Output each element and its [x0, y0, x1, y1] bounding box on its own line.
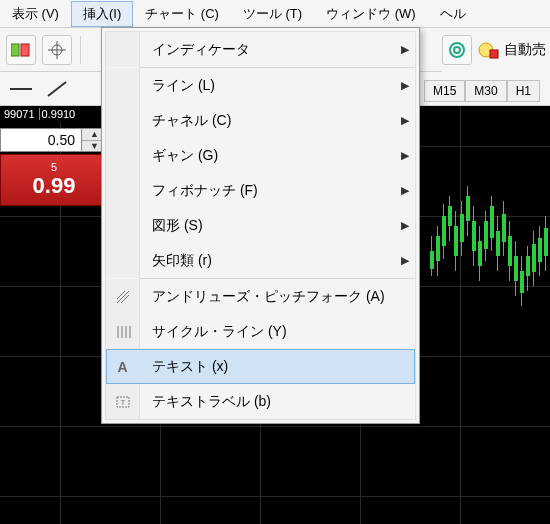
- grid-line: [0, 426, 550, 427]
- menu-help[interactable]: ヘル: [428, 1, 478, 27]
- dd-label: ギャン (G): [140, 147, 395, 165]
- hline-button[interactable]: [8, 76, 34, 102]
- dd-pitchfork[interactable]: アンドリューズ・ピッチフォーク (A): [106, 279, 415, 314]
- svg-point-7: [450, 43, 464, 57]
- menubar: 表示 (V) 挿入(I) チャート (C) ツール (T) ウィンドウ (W) …: [0, 0, 550, 28]
- dd-fibonacci[interactable]: フィボナッチ (F) ▶: [106, 173, 415, 208]
- cycle-icon: [106, 314, 140, 349]
- price-tick: 99071: [4, 108, 40, 120]
- dd-arrows[interactable]: 矢印類 (r) ▶: [106, 243, 415, 278]
- order-icon: [11, 42, 31, 58]
- submenu-arrow-icon: ▶: [395, 114, 415, 127]
- text-icon: A: [106, 349, 140, 384]
- order-button[interactable]: [6, 35, 36, 65]
- dd-gutter: [106, 32, 140, 67]
- textlabel-icon: T: [106, 384, 140, 419]
- dd-label: テキスト (x): [140, 358, 395, 376]
- pitchfork-icon: [106, 279, 140, 314]
- dd-label: サイクル・ライン (Y): [140, 323, 395, 341]
- trade-panel: ▲ ▼ 5 0.99: [0, 128, 108, 206]
- menu-view[interactable]: 表示 (V): [0, 1, 71, 27]
- svg-rect-0: [11, 44, 19, 56]
- dd-shapes[interactable]: 図形 (S) ▶: [106, 208, 415, 243]
- trendline-button[interactable]: [44, 76, 70, 102]
- dd-cycle[interactable]: サイクル・ライン (Y): [106, 314, 415, 349]
- toolbar-separator: [80, 36, 81, 64]
- submenu-arrow-icon: ▶: [395, 43, 415, 56]
- dd-label: テキストラベル (b): [140, 393, 395, 411]
- trendline-icon: [46, 80, 68, 98]
- svg-rect-10: [490, 50, 498, 58]
- autotrade-button[interactable]: 自動売: [478, 40, 546, 60]
- dd-label: ライン (L): [140, 77, 395, 95]
- crosshair-icon: [48, 41, 66, 59]
- svg-text:T: T: [120, 398, 125, 407]
- dd-text[interactable]: A テキスト (x): [106, 349, 415, 384]
- submenu-arrow-icon: ▶: [395, 254, 415, 267]
- timeframe-group: M15 M30 H1: [424, 80, 540, 102]
- signal-button[interactable]: [442, 35, 472, 65]
- hline-icon: [10, 83, 32, 95]
- menu-chart[interactable]: チャート (C): [133, 1, 231, 27]
- svg-point-8: [454, 47, 460, 53]
- tf-m15[interactable]: M15: [424, 80, 465, 102]
- grid-line: [460, 106, 461, 524]
- insert-dropdown: インディケータ ▶ ライン (L) ▶ チャネル (C) ▶ ギャン (G) ▶…: [101, 27, 420, 424]
- menu-window[interactable]: ウィンドウ (W): [314, 1, 428, 27]
- dd-label: 図形 (S): [140, 217, 395, 235]
- tf-m30[interactable]: M30: [465, 80, 506, 102]
- submenu-arrow-icon: ▶: [395, 184, 415, 197]
- price-tick: 0.9910: [42, 108, 76, 120]
- autotrade-label: 自動売: [504, 41, 546, 59]
- dd-label: 矢印類 (r): [140, 252, 395, 270]
- signal-icon: [447, 40, 467, 60]
- dd-indicators[interactable]: インディケータ ▶: [106, 32, 415, 67]
- dd-lines[interactable]: ライン (L) ▶: [106, 68, 415, 103]
- qty-input[interactable]: [1, 129, 81, 151]
- dd-label: インディケータ: [140, 41, 395, 59]
- svg-rect-1: [21, 44, 29, 56]
- toolbar-right: 自動売: [442, 28, 550, 72]
- crosshair-button[interactable]: [42, 35, 72, 65]
- svg-line-12: [117, 291, 125, 299]
- tf-h1[interactable]: H1: [507, 80, 540, 102]
- submenu-arrow-icon: ▶: [395, 219, 415, 232]
- sell-price: 0.99: [33, 173, 76, 199]
- dd-gann[interactable]: ギャン (G) ▶: [106, 138, 415, 173]
- submenu-arrow-icon: ▶: [395, 149, 415, 162]
- svg-line-6: [48, 82, 66, 96]
- dd-textlabel[interactable]: T テキストラベル (b): [106, 384, 415, 419]
- dd-channels[interactable]: チャネル (C) ▶: [106, 103, 415, 138]
- svg-line-13: [121, 295, 129, 303]
- sell-button[interactable]: 5 0.99: [0, 154, 108, 206]
- price-scale: 990710.9910: [0, 106, 79, 122]
- dd-label: チャネル (C): [140, 112, 395, 130]
- qty-row: ▲ ▼: [0, 128, 108, 152]
- autotrade-icon: [478, 40, 500, 60]
- menu-insert[interactable]: 挿入(I): [71, 1, 133, 27]
- grid-line: [0, 496, 550, 497]
- dd-label: アンドリューズ・ピッチフォーク (A): [140, 288, 395, 306]
- dd-label: フィボナッチ (F): [140, 182, 395, 200]
- sell-top: 5: [51, 161, 57, 173]
- menu-tools[interactable]: ツール (T): [231, 1, 314, 27]
- submenu-arrow-icon: ▶: [395, 79, 415, 92]
